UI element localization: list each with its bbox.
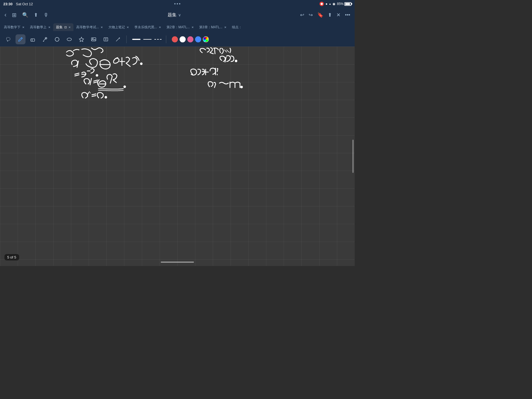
toolbar-separator xyxy=(126,35,127,43)
status-right: ● ● ◉ 85% xyxy=(319,2,351,6)
page-indicator-text: 5 of 5 xyxy=(7,255,16,259)
tab-liyongle[interactable]: 李永乐线代黑... ✕ xyxy=(132,23,164,31)
canvas-area[interactable]: 5 of 5 xyxy=(0,47,355,266)
battery-indicator: 85% xyxy=(337,2,351,6)
tabs-bar: 高等数学下 ✕ 高等數學上 ✕ 题集 ⊡ ✕ 高等数学考试... ✕ 大物上笔记… xyxy=(0,22,355,32)
tab-chapter2[interactable]: 第2章：MATL... ✕ xyxy=(164,23,196,31)
tab-gaodeng-xia[interactable]: 高等数学下 ✕ xyxy=(1,23,27,31)
handwriting-layer xyxy=(0,47,355,266)
status-time: 23:30 xyxy=(3,2,12,6)
status-center-dots: • • • xyxy=(174,0,181,8)
status-date: Sat Oct 12 xyxy=(16,2,33,6)
highlighter-tool[interactable] xyxy=(40,34,50,44)
title-chevron-icon[interactable]: ∨ xyxy=(178,13,181,17)
tab-label: 第3章：MATL... xyxy=(199,25,222,30)
bookmark-button[interactable]: 🔖 xyxy=(317,12,323,18)
grid-view-button[interactable]: ⊞ xyxy=(12,12,17,18)
svg-point-10 xyxy=(96,75,98,76)
tab-gaodeng-shang[interactable]: 高等數學上 ✕ xyxy=(27,23,53,31)
search-button[interactable]: 🔍 xyxy=(22,12,28,18)
tab-chapter3[interactable]: 第3章：MATL... ✕ xyxy=(196,23,229,31)
blue-color[interactable] xyxy=(195,36,201,42)
tab-close-icon[interactable]: ✕ xyxy=(22,26,24,29)
recording-dot xyxy=(321,3,323,5)
svg-point-11 xyxy=(124,86,126,88)
tab-label: 第2章：MATL... xyxy=(167,25,190,30)
pen-tool[interactable] xyxy=(16,34,25,44)
tab-close-icon[interactable]: ✕ xyxy=(191,26,194,29)
headphone-icon: ◉ xyxy=(332,2,335,6)
shapes-tool[interactable] xyxy=(52,34,62,44)
redo-button[interactable]: ↪ xyxy=(309,12,313,18)
tab-label: 大物上笔记 xyxy=(108,25,125,30)
dash-line-style[interactable] xyxy=(154,39,163,40)
multicolor-picker[interactable] xyxy=(203,36,209,42)
battery-text: 85% xyxy=(337,2,344,6)
tab-dawu-notes[interactable]: 大物上笔记 ✕ xyxy=(106,23,132,31)
svg-point-7 xyxy=(93,39,93,39)
tab-label: 李永乐线代黑... xyxy=(134,25,157,30)
image-tool[interactable] xyxy=(89,34,99,44)
status-left: 23:30 Sat Oct 12 xyxy=(3,2,33,6)
scrollbar-vertical[interactable] xyxy=(352,140,354,173)
svg-rect-0 xyxy=(31,39,35,41)
star-tool[interactable] xyxy=(76,34,86,44)
document-title: 题集 xyxy=(168,12,177,18)
undo-button[interactable]: ↩ xyxy=(300,12,304,18)
tab-xudian[interactable]: 续点： xyxy=(229,23,245,31)
back-button[interactable]: ‹ xyxy=(4,11,6,19)
nav-left: ‹ ⊞ 🔍 ⬆ 🎙 xyxy=(4,11,48,19)
nav-center: 题集 ∨ xyxy=(168,12,181,18)
page-indicator: 5 of 5 xyxy=(4,254,19,260)
wand-tool[interactable] xyxy=(113,34,123,44)
recording-indicator xyxy=(319,2,324,6)
nav-right: ↩ ↪ 🔖 ⬆ ✕ ••• xyxy=(300,12,350,18)
tab-label: 高等数学下 xyxy=(4,25,21,30)
close-button[interactable]: ✕ xyxy=(336,12,341,18)
tab-label: 高等数学考试... xyxy=(76,25,99,30)
split-view-icon[interactable]: ⊡ xyxy=(64,25,67,29)
svg-marker-5 xyxy=(79,37,84,42)
eraser-tool[interactable] xyxy=(28,34,38,44)
tab-close-icon[interactable]: ✕ xyxy=(68,26,71,29)
svg-point-14 xyxy=(241,86,242,88)
tab-label: 续点： xyxy=(232,25,242,30)
signal-icon: ● xyxy=(329,2,331,6)
share-button[interactable]: ⬆ xyxy=(34,12,38,18)
ellipse-tool[interactable] xyxy=(64,34,74,44)
tab-close-icon[interactable]: ✕ xyxy=(48,26,50,29)
wifi-icon: ● xyxy=(326,2,328,6)
status-bar: 23:30 Sat Oct 12 • • • ● ● ◉ 85% xyxy=(0,0,355,8)
export-button[interactable]: ⬆ xyxy=(328,12,332,18)
tab-close-icon[interactable]: ✕ xyxy=(127,26,129,29)
mic-button[interactable]: 🎙 xyxy=(44,12,48,18)
tab-label: 高等數學上 xyxy=(30,25,47,30)
tab-gaodeng-kaoshi[interactable]: 高等数学考试... ✕ xyxy=(73,23,106,31)
color-palette xyxy=(172,36,209,42)
svg-point-13 xyxy=(235,60,237,62)
tab-label: 题集 xyxy=(56,25,63,30)
white-color[interactable] xyxy=(180,36,186,42)
toolbar-separator-2 xyxy=(166,35,166,43)
pink-color[interactable] xyxy=(187,36,193,42)
svg-point-9 xyxy=(140,63,142,65)
medium-line-style[interactable] xyxy=(143,39,152,40)
lasso-tool[interactable] xyxy=(3,34,13,44)
tab-tiji[interactable]: 题集 ⊡ ✕ xyxy=(53,23,73,31)
svg-rect-6 xyxy=(91,38,96,41)
tab-close-icon[interactable]: ✕ xyxy=(159,26,161,29)
battery-icon xyxy=(344,2,351,6)
thick-line-style[interactable] xyxy=(132,39,140,40)
scrollbar-horizontal[interactable] xyxy=(161,262,194,263)
svg-point-4 xyxy=(67,38,71,41)
red-color[interactable] xyxy=(172,36,178,42)
toolbar xyxy=(0,32,355,47)
tab-close-icon[interactable]: ✕ xyxy=(224,26,226,29)
battery-fill xyxy=(345,3,350,5)
line-styles xyxy=(132,39,163,40)
more-options-button[interactable]: ••• xyxy=(345,12,350,18)
svg-point-12 xyxy=(105,96,107,98)
nav-bar: ‹ ⊞ 🔍 ⬆ 🎙 题集 ∨ ↩ ↪ 🔖 ⬆ ✕ ••• xyxy=(0,8,355,22)
tab-close-icon[interactable]: ✕ xyxy=(101,26,103,29)
textbox-tool[interactable] xyxy=(101,34,111,44)
